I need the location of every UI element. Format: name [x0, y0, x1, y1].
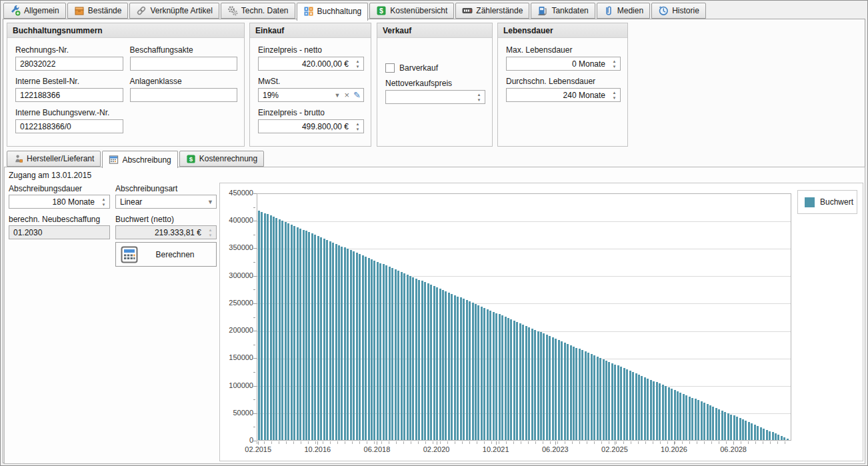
y-minor-tick-mark — [253, 372, 255, 373]
odometer-icon — [462, 5, 473, 16]
bar — [362, 255, 364, 440]
abschreibung-panel: Zugang am 13.01.2015 Abschreibungsdauer … — [4, 167, 865, 464]
spinner-buttons[interactable]: ▲▼ — [99, 195, 108, 208]
field-label: Einzelpreis - brutto — [258, 108, 364, 117]
bar — [656, 382, 658, 440]
bar — [777, 435, 779, 440]
tab-tankdaten[interactable]: Tankdaten — [531, 3, 595, 19]
spinner-buttons[interactable]: ▲▼ — [610, 89, 619, 101]
max-lebensdauer-input[interactable] — [507, 57, 620, 70]
group-einkauf: Einkauf Einzelpreis - netto ▲▼ MwSt. ▼ ×… — [249, 23, 371, 147]
anlagenklasse-input[interactable] — [131, 89, 237, 101]
abschreibungsdauer-input[interactable] — [9, 195, 109, 208]
nettoverkaufspreis-input[interactable] — [386, 91, 485, 103]
einzelpreis-brutto-input[interactable] — [259, 120, 363, 133]
durchschn-lebensdauer-input[interactable] — [507, 89, 620, 101]
tab-buchhaltung[interactable]: Buchhaltung — [297, 3, 369, 21]
tab-label: Zählerstände — [476, 6, 523, 15]
bar — [285, 222, 287, 440]
subtab-kostenrechnung[interactable]: $ Kostenrechnung — [179, 151, 264, 167]
bar — [510, 319, 512, 440]
tab-allgemein[interactable]: Allgemein — [3, 3, 66, 19]
y-tick-label: 50000 — [221, 409, 253, 417]
clear-icon[interactable]: × — [345, 90, 350, 100]
bar — [442, 290, 444, 440]
zugang-date-text: Zugang am 13.01.2015 — [9, 171, 91, 180]
tab-zaehlerstaende[interactable]: Zählerstände — [455, 3, 529, 19]
bar — [489, 311, 491, 440]
bar — [679, 393, 681, 440]
bar — [505, 317, 507, 440]
plot-area — [257, 193, 791, 441]
subtab-abschreibung[interactable]: Abschreibung — [102, 151, 177, 168]
einzelpreis-netto-input[interactable] — [259, 57, 363, 70]
bar — [483, 308, 485, 440]
bar — [683, 394, 685, 440]
bar — [775, 433, 777, 440]
y-tick-mark — [253, 193, 257, 194]
bar — [641, 376, 643, 440]
crate-icon — [74, 5, 85, 16]
bar — [359, 254, 361, 440]
tab-kostenuebersicht[interactable]: $ Kostenübersicht — [369, 3, 454, 19]
berechnen-button[interactable]: Berechnen — [115, 242, 217, 267]
bar — [763, 429, 765, 440]
tab-label: Tankdaten — [551, 6, 588, 15]
bar — [644, 377, 646, 440]
rechnungs-nr-input[interactable] — [16, 57, 123, 70]
y-tick-label: 200000 — [221, 326, 253, 334]
y-tick-label: 300000 — [221, 271, 253, 279]
interne-bestell-nr-input[interactable] — [16, 89, 123, 101]
subtab-hersteller-lieferant[interactable]: Hersteller/Lieferant — [7, 151, 101, 167]
bar — [537, 331, 539, 441]
bar — [424, 282, 426, 440]
bar — [608, 362, 610, 440]
bar — [281, 221, 283, 440]
bar — [703, 403, 705, 440]
tab-techn-daten[interactable]: Techn. Daten — [221, 3, 295, 19]
bar — [445, 291, 447, 440]
tab-historie[interactable]: Historie — [651, 3, 706, 19]
beschaffungsakte-input[interactable] — [131, 57, 237, 70]
bar — [736, 417, 738, 440]
tab-medien[interactable]: Medien — [597, 3, 650, 19]
chevron-down-icon[interactable]: ▼ — [207, 199, 213, 205]
bar — [436, 287, 438, 440]
calculator-grid-icon — [303, 6, 314, 17]
field-label: Buchwert (netto) — [115, 215, 174, 224]
y-minor-tick-mark — [253, 399, 255, 400]
abschreibungsart-dropdown[interactable] — [116, 195, 216, 208]
bar — [727, 413, 729, 440]
spinner-buttons[interactable]: ▲▼ — [475, 91, 483, 103]
field-label: Max. Lebensdauer — [506, 45, 621, 55]
bar — [677, 391, 679, 440]
x-tick-label: 10.2016 — [304, 445, 331, 453]
main-tabbar: Allgemein Bestände Verknüpfte Artikel Te… — [3, 3, 706, 19]
bar — [712, 407, 714, 440]
tab-bestaende[interactable]: Bestände — [67, 3, 129, 19]
bar — [593, 355, 595, 440]
grid-line — [257, 249, 791, 249]
bar — [463, 299, 465, 440]
spinner-buttons[interactable]: ▲▼ — [353, 120, 362, 133]
barverkauf-checkbox[interactable] — [385, 63, 395, 73]
bar — [718, 409, 720, 440]
subtab-label: Kostenrechnung — [199, 154, 257, 163]
bar — [543, 333, 545, 440]
bar — [629, 371, 631, 440]
x-tick-mark — [437, 441, 437, 445]
application-window: Allgemein Bestände Verknüpfte Artikel Te… — [0, 0, 868, 466]
spinner-buttons[interactable]: ▲▼ — [610, 57, 619, 70]
edit-pencil-icon[interactable]: ✎ — [353, 90, 361, 100]
spinner-buttons[interactable]: ▲▼ — [353, 57, 362, 70]
wrench-plus-icon — [10, 5, 21, 16]
bar — [347, 249, 349, 440]
bar — [513, 321, 515, 440]
bar — [724, 412, 726, 440]
bar — [472, 303, 474, 440]
tab-verknuepfte-artikel[interactable]: Verknüpfte Artikel — [129, 3, 219, 19]
x-tick-label: 10.2026 — [661, 445, 687, 453]
interne-buchungsverw-nr-input[interactable] — [16, 120, 123, 133]
bar — [617, 365, 619, 440]
chevron-down-icon[interactable]: ▼ — [335, 92, 341, 99]
